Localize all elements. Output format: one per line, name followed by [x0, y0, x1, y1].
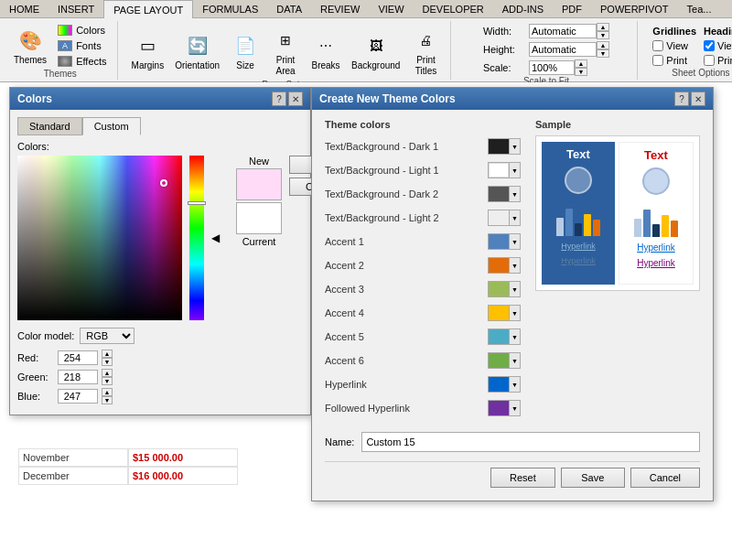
accent6-swatch — [489, 353, 509, 368]
tab-powerpivot[interactable]: POWERPIVOT — [591, 0, 678, 18]
blue-input[interactable] — [58, 389, 98, 404]
scale-down[interactable]: ▼ — [575, 68, 587, 76]
blue-down[interactable]: ▼ — [102, 396, 113, 404]
accent2-swatch-btn[interactable]: ▼ — [488, 257, 521, 274]
accent6-swatch-btn[interactable]: ▼ — [488, 352, 521, 369]
tab-developer[interactable]: DEVELOPER — [414, 0, 493, 18]
red-input[interactable] — [58, 350, 98, 365]
color-row-accent2: Accent 2 ▼ — [325, 254, 521, 276]
light-hyperlink[interactable]: Hyperlink — [637, 242, 675, 253]
custom-tab[interactable]: Custom — [82, 117, 141, 135]
sample-light-circle — [642, 167, 670, 195]
hyperlink-swatch-btn[interactable]: ▼ — [488, 376, 521, 393]
orientation-button[interactable]: 🔄 Orientation — [170, 28, 224, 74]
color-gradient[interactable] — [17, 156, 182, 320]
sample-header: Sample — [535, 119, 700, 130]
dark-hyperlink[interactable]: Hyperlink — [561, 242, 596, 251]
headings-print-check[interactable] — [704, 55, 715, 66]
tab-add-ins[interactable]: ADD-INS — [493, 0, 553, 18]
background-button[interactable]: 🖼 Background — [347, 28, 404, 74]
width-up[interactable]: ▲ — [597, 23, 609, 31]
light-followed-hyperlink[interactable]: Hyperlink — [637, 258, 675, 268]
hyperlink-label: Hyperlink — [325, 379, 488, 390]
fonts-button[interactable]: A Fonts — [53, 38, 111, 53]
dark2-swatch-btn[interactable]: ▼ — [488, 186, 521, 202]
reset-button[interactable]: Reset — [490, 468, 555, 488]
fonts-icon: A — [58, 40, 72, 51]
accent3-swatch-btn[interactable]: ▼ — [488, 281, 521, 297]
height-up[interactable]: ▲ — [597, 41, 609, 49]
tab-team[interactable]: Tea... — [678, 0, 721, 18]
light2-swatch-btn[interactable]: ▼ — [488, 210, 521, 226]
sample-dark-bars — [556, 199, 600, 236]
light1-arrow: ▼ — [509, 163, 520, 178]
tab-insert[interactable]: INSERT — [48, 0, 103, 18]
followed-hyperlink-swatch-btn[interactable]: ▼ — [488, 400, 521, 416]
sheet-options-group-label: Sheet Options — [672, 68, 729, 78]
size-button[interactable]: 📄 Size — [226, 28, 264, 74]
colors-dialog: Colors ? ✕ Standard Custom Colors: — [9, 87, 311, 415]
light2-arrow: ▼ — [509, 210, 520, 225]
followed-hyperlink-label: Followed Hyperlink — [325, 403, 488, 414]
tab-pdf[interactable]: PDF — [553, 0, 591, 18]
theme-dialog-body: Theme colors Text/Background - Dark 1 ▼ … — [312, 110, 713, 501]
themes-button[interactable]: 🎨 Themes — [9, 23, 51, 69]
theme-close-button[interactable]: ✕ — [691, 92, 705, 106]
colors-help-button[interactable]: ? — [272, 92, 286, 106]
color-model-label: Color model: — [17, 330, 74, 341]
tab-review[interactable]: REVIEW — [311, 0, 369, 18]
save-button[interactable]: Save — [561, 468, 625, 488]
accent5-swatch-btn[interactable]: ▼ — [488, 328, 521, 345]
sample-dark-text: Text — [566, 147, 590, 161]
effects-button[interactable]: Effects — [53, 54, 111, 69]
colors-dialog-title: Colors — [17, 92, 52, 105]
green-up[interactable]: ▲ — [102, 369, 113, 377]
hyperlink-swatch — [489, 377, 509, 392]
tab-view[interactable]: VIEW — [369, 0, 413, 18]
theme-help-button[interactable]: ? — [674, 92, 689, 106]
scale-input[interactable] — [529, 60, 575, 75]
green-down[interactable]: ▼ — [102, 377, 113, 385]
accent4-swatch-btn[interactable]: ▼ — [488, 305, 521, 321]
height-down[interactable]: ▼ — [597, 49, 609, 58]
tab-data[interactable]: DATA — [267, 0, 311, 18]
red-down[interactable]: ▼ — [102, 358, 113, 366]
red-up[interactable]: ▲ — [102, 350, 113, 358]
accent5-arrow: ▼ — [509, 329, 520, 344]
theme-colors-section: Theme colors Text/Background - Dark 1 ▼ … — [325, 119, 521, 421]
new-label: New — [249, 156, 269, 167]
standard-tab[interactable]: Standard — [17, 117, 82, 135]
tab-page-layout[interactable]: PAGE LAYOUT — [103, 0, 193, 18]
width-input[interactable] — [529, 24, 597, 38]
dark1-swatch-btn[interactable]: ▼ — [488, 138, 521, 155]
headings-view-label: View — [717, 40, 732, 51]
colors-close-button[interactable]: ✕ — [288, 92, 303, 106]
width-down[interactable]: ▼ — [597, 31, 609, 39]
height-input[interactable] — [529, 42, 597, 57]
scale-up[interactable]: ▲ — [575, 59, 587, 68]
green-input[interactable] — [58, 370, 98, 384]
accent1-swatch-btn[interactable]: ▼ — [488, 233, 521, 250]
width-spinner: ▲ ▼ — [597, 23, 609, 39]
color-arrow[interactable]: ◀ — [211, 156, 220, 320]
tab-formulas[interactable]: FORMULAS — [193, 0, 267, 18]
gridlines-print-check[interactable] — [652, 55, 663, 66]
light1-swatch-btn[interactable]: ▼ — [488, 162, 521, 178]
print-area-icon: ⊞ — [271, 26, 300, 55]
breaks-button[interactable]: ⋯ Breaks — [307, 28, 345, 74]
print-titles-button[interactable]: 🖨 PrintTitles — [406, 23, 445, 80]
headings-view-check[interactable] — [704, 40, 715, 51]
cancel-button[interactable]: Cancel — [630, 468, 700, 488]
tab-home[interactable]: HOME — [0, 0, 48, 18]
blue-up[interactable]: ▲ — [102, 388, 113, 396]
colors-button[interactable]: Colors — [53, 23, 111, 38]
name-input[interactable] — [361, 432, 700, 452]
theme-colors-header: Theme colors — [325, 119, 521, 130]
current-label: Current — [242, 236, 276, 247]
margins-button[interactable]: ▭ Margins — [127, 28, 169, 74]
print-area-button[interactable]: ⊞ PrintArea — [266, 23, 305, 80]
hue-slider[interactable] — [189, 156, 204, 320]
dark-followed-hyperlink[interactable]: Hyperlink — [561, 256, 596, 265]
color-model-select[interactable]: RGB HSL — [80, 328, 135, 344]
gridlines-view-check[interactable] — [652, 40, 663, 51]
